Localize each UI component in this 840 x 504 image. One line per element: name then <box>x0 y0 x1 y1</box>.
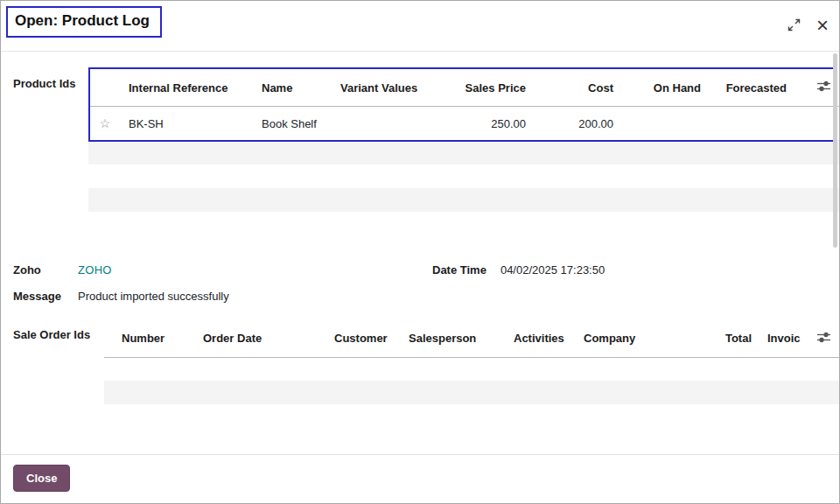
column-forecasted[interactable]: Forecasted <box>710 69 795 107</box>
empty-row <box>104 404 839 428</box>
empty-row <box>88 212 839 235</box>
sale-order-table-header: Number Order Date Customer Salesperson A… <box>104 320 839 358</box>
datetime-value: 04/02/2025 17:23:50 <box>500 263 605 276</box>
cell-variant-values <box>333 107 440 141</box>
column-invoice-status[interactable]: Invoic <box>760 320 804 358</box>
message-field: Message Product imported successfully <box>13 290 837 303</box>
dialog-body: Product Ids Internal Reference Name Vari… <box>1 52 839 454</box>
column-on-hand[interactable]: On Hand <box>622 69 710 107</box>
dialog-title-highlight: Open: Product Log <box>6 6 162 38</box>
close-icon[interactable]: × <box>816 19 829 32</box>
sale-order-ids-field: Sale Order Ids Number Order Date Custome… <box>13 320 837 429</box>
cell-on-hand <box>622 107 710 141</box>
column-activities[interactable]: Activities <box>507 320 577 358</box>
expand-icon[interactable] <box>788 18 801 32</box>
column-order-date[interactable]: Order Date <box>196 320 327 358</box>
column-name[interactable]: Name <box>255 69 333 107</box>
zoho-field: Zoho ZOHO <box>13 263 432 276</box>
empty-row <box>88 141 839 164</box>
column-sales-price[interactable]: Sales Price <box>440 69 535 107</box>
favorite-star-icon[interactable]: ☆ <box>88 107 122 141</box>
empty-row <box>88 164 839 188</box>
datetime-label: Date Time <box>432 263 486 276</box>
message-value: Product imported successfully <box>78 290 229 303</box>
dialog-footer: Close <box>1 454 839 503</box>
close-button[interactable]: Close <box>13 465 70 492</box>
column-customer[interactable]: Customer <box>327 320 402 358</box>
product-ids-label: Product Ids <box>13 69 88 90</box>
column-company[interactable]: Company <box>577 320 690 358</box>
header-actions: × <box>788 6 829 32</box>
cell-name: Book Shelf <box>255 107 333 141</box>
empty-row <box>104 381 839 404</box>
empty-row <box>104 357 839 381</box>
zoho-link[interactable]: ZOHO <box>78 263 112 276</box>
column-total[interactable]: Total <box>690 320 760 358</box>
column-salesperson[interactable]: Salesperson <box>402 320 507 358</box>
column-variant-values[interactable]: Variant Values <box>333 69 440 107</box>
cell-internal-reference: BK-SH <box>122 107 255 141</box>
column-number[interactable]: Number <box>104 320 196 358</box>
dialog-header: Open: Product Log × <box>1 1 839 52</box>
cell-sales-price: 250.00 <box>440 107 535 141</box>
cell-forecasted <box>710 107 795 141</box>
info-row: Zoho ZOHO Date Time 04/02/2025 17:23:50 <box>13 263 837 276</box>
column-internal-reference[interactable]: Internal Reference <box>122 69 255 107</box>
product-ids-field: Product Ids Internal Reference Name Vari… <box>13 69 837 235</box>
message-label: Message <box>13 290 78 303</box>
empty-row <box>88 188 839 212</box>
cell-cost: 200.00 <box>535 107 622 141</box>
optional-columns-icon[interactable] <box>804 320 839 358</box>
favorite-column-header <box>88 69 122 107</box>
datetime-field: Date Time 04/02/2025 17:23:50 <box>432 263 605 276</box>
table-row[interactable]: ☆ BK-SH Book Shelf 250.00 200.00 <box>88 107 839 141</box>
product-table: Internal Reference Name Variant Values S… <box>88 69 837 235</box>
dialog-title: Open: Product Log <box>15 12 150 30</box>
product-log-dialog: Open: Product Log × Product Ids <box>0 0 840 504</box>
sale-order-ids-label: Sale Order Ids <box>13 320 104 341</box>
zoho-label: Zoho <box>13 263 78 276</box>
product-table-header: Internal Reference Name Variant Values S… <box>88 69 839 107</box>
sale-order-table: Number Order Date Customer Salesperson A… <box>104 320 837 429</box>
scrollbar[interactable] <box>833 53 837 248</box>
column-cost[interactable]: Cost <box>535 69 622 107</box>
